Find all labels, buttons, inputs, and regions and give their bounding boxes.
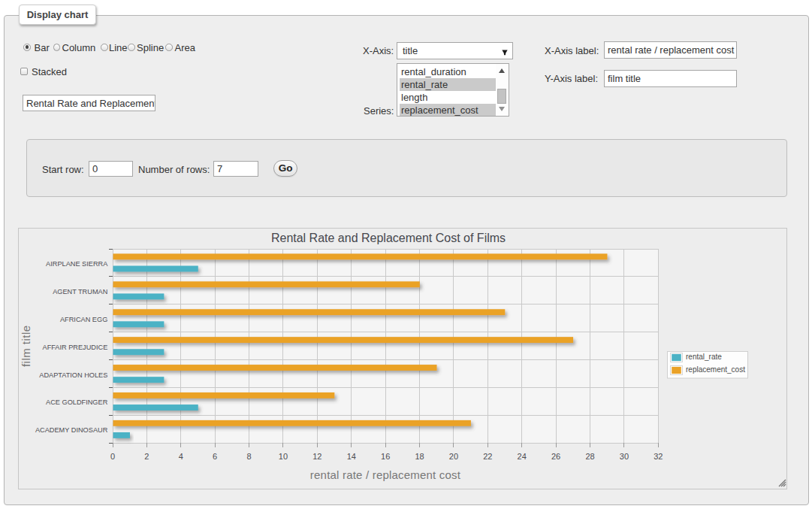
svg-text:2: 2 [144,452,149,461]
svg-text:AIRPLANE SIERRA: AIRPLANE SIERRA [46,260,108,268]
svg-text:22: 22 [483,452,492,461]
svg-text:32: 32 [654,452,663,461]
svg-text:14: 14 [347,452,356,461]
svg-text:4: 4 [179,452,183,461]
svg-text:30: 30 [620,452,629,461]
svg-text:ACE GOLDFINGER: ACE GOLDFINGER [46,398,108,406]
svg-text:AFRICAN EGG: AFRICAN EGG [60,316,107,323]
svg-text:28: 28 [585,452,594,461]
svg-text:20: 20 [449,452,458,461]
svg-text:replacement_cost: replacement_cost [686,365,745,374]
svg-text:0: 0 [110,452,115,461]
svg-text:26: 26 [551,452,560,461]
svg-text:16: 16 [381,452,390,461]
svg-text:ACADEMY DINOSAUR: ACADEMY DINOSAUR [35,426,108,434]
svg-text:10: 10 [279,452,288,461]
svg-text:ADAPTATION HOLES: ADAPTATION HOLES [39,371,107,379]
svg-text:12: 12 [312,452,321,461]
svg-text:rental_rate: rental_rate [686,353,722,361]
svg-text:AGENT TRUMAN: AGENT TRUMAN [53,288,107,295]
svg-text:film title: film title [20,325,32,367]
svg-text:8: 8 [247,452,252,461]
svg-text:24: 24 [518,452,527,461]
svg-text:rental rate / replacement cost: rental rate / replacement cost [310,468,461,481]
svg-text:6: 6 [213,452,217,461]
svg-text:AFFAIR PREJUDICE: AFFAIR PREJUDICE [43,344,108,351]
svg-text:18: 18 [415,452,424,461]
svg-text:Rental Rate and Replacement Co: Rental Rate and Replacement Cost of Film… [271,232,506,244]
